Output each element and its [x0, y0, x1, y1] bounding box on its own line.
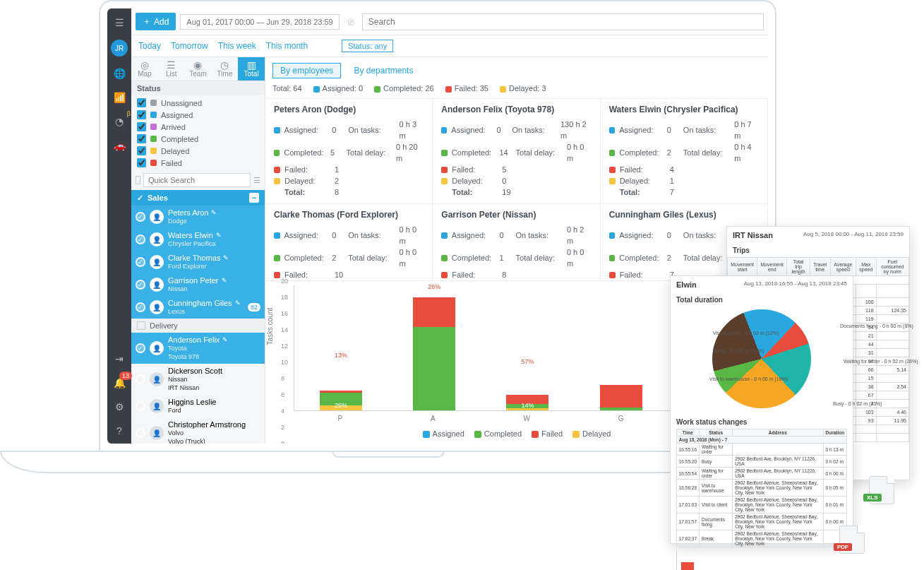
collapse-icon[interactable]: −: [249, 193, 259, 203]
left-panel: ◎Map ☰List ◉Team ◷Time ▥Total Status Una…: [131, 57, 265, 444]
employee-card: Waters Elwin (Chrysler Pacifica)Assigned…: [601, 99, 768, 204]
adjust-icon[interactable]: ⎚: [344, 16, 358, 28]
pencil-icon: ✎: [235, 299, 241, 307]
car-icon[interactable]: 🚗: [112, 138, 126, 153]
status-completed[interactable]: Completed: [131, 133, 265, 145]
employee-card: Peters Aron (Dodge)Assigned:0On tasks:0 …: [265, 99, 433, 204]
status-list: UnassignedAssignedArrivedCompletedDelaye…: [131, 95, 265, 170]
plus-icon: ＋: [143, 16, 151, 28]
tab-map[interactable]: ◎Map: [131, 57, 158, 81]
tab-total[interactable]: ▥Total: [238, 57, 265, 81]
status-section-title: Status: [131, 81, 265, 95]
status-unassigned[interactable]: Unassigned: [131, 97, 265, 109]
bell-icon[interactable]: 🔔13: [112, 376, 126, 390]
user-avatar[interactable]: JR: [111, 40, 128, 57]
stats-icon[interactable]: 📶: [112, 90, 126, 105]
nav-rail: ☰ JR 🌐 📶 ◔ 🚗 ⇥ 🔔13 ⚙ ?: [107, 8, 131, 444]
mini-bar-chart: [676, 550, 847, 570]
tab-team[interactable]: ◉Team: [185, 57, 212, 81]
filter-icon[interactable]: ☰: [253, 176, 260, 185]
quick-tomorrow[interactable]: Tomorrow: [171, 41, 208, 51]
employee-item[interactable]: ✓👤Peters Aron ✎Dodge: [131, 206, 265, 228]
globe-icon[interactable]: 🌐: [112, 66, 126, 81]
date-range-picker[interactable]: Aug 01, 2017 00:00 — Jun 29, 2018 23:59: [180, 14, 339, 30]
report-status: ElwinAug 13, 2018 16:55 - Aug 13, 2018 2…: [670, 275, 853, 544]
employee-item[interactable]: ✓👤Cunningham Giles ✎Lexus82: [131, 296, 265, 319]
status-failed[interactable]: Failed: [131, 157, 265, 169]
logout-icon[interactable]: ⇥: [112, 352, 126, 366]
employee-card: Clarke Thomas (Ford Explorer)Assigned:0O…: [265, 204, 433, 281]
check-icon: ✓: [137, 194, 143, 203]
employee-card: Garrison Peter (Nissan)Assigned:0On task…: [433, 204, 600, 281]
employee-item[interactable]: 👤Christopher ArmstrongVolvoVolvo (Truck): [131, 417, 265, 444]
quick-today[interactable]: Today: [138, 41, 161, 51]
report-overlay: IRT NissanAug 5, 2018 00:00 - Aug 11, 20…: [649, 226, 910, 558]
topbar: ＋Add Aug 01, 2017 00:00 — Jun 29, 2018 2…: [131, 8, 768, 35]
employee-item[interactable]: ✓👤Clarke Thomas ✎Ford Explorer: [131, 251, 265, 273]
tab-by-employees[interactable]: By employees: [272, 63, 341, 78]
tab-by-departments[interactable]: By departments: [347, 64, 420, 78]
export-xls[interactable]: XLS: [866, 473, 897, 504]
employee-card: Anderson Felix (Toyota 978)Assigned:0On …: [433, 99, 600, 204]
totals-row: Total: 64 Assigned: 0 Completed: 26 Fail…: [265, 81, 768, 99]
clock-icon[interactable]: ◔: [112, 114, 126, 129]
quick-date-bar: Today Tomorrow This week This month Stat…: [131, 35, 768, 57]
quick-thisweek[interactable]: This week: [218, 41, 256, 51]
gear-icon[interactable]: ⚙: [112, 400, 126, 414]
export-pdf[interactable]: PDF: [836, 523, 868, 554]
tab-time[interactable]: ◷Time: [211, 57, 238, 81]
status-arrived[interactable]: Arrived: [131, 121, 265, 133]
employee-item[interactable]: 👤Dickerson ScottNissanIRT Nissan: [131, 364, 265, 395]
employee-item[interactable]: ✓👤Anderson Felix ✎ToyotaToyota 978: [131, 333, 265, 364]
notification-badge: 13: [119, 372, 132, 380]
status-assigned[interactable]: Assigned: [131, 109, 265, 121]
add-button[interactable]: ＋Add: [136, 13, 176, 30]
pencil-icon: ✎: [222, 276, 227, 285]
search-input[interactable]: [362, 13, 764, 30]
tab-list[interactable]: ☰List: [158, 57, 185, 81]
pencil-icon: ✎: [222, 336, 228, 344]
pencil-icon: ✎: [211, 208, 217, 217]
quicksearch-input[interactable]: [143, 173, 251, 187]
employee-item[interactable]: 👤Higgins LeslieFord: [131, 395, 265, 417]
pencil-icon: ✎: [223, 254, 229, 262]
status-delayed[interactable]: Delayed: [131, 145, 265, 157]
help-icon[interactable]: ?: [112, 424, 126, 438]
group-delivery[interactable]: Delivery: [131, 319, 265, 333]
menu-icon[interactable]: ☰: [112, 16, 126, 30]
group-sales[interactable]: ✓ Sales −: [131, 190, 265, 206]
employee-item[interactable]: ✓👤Garrison Peter ✎Nissan: [131, 273, 265, 296]
quick-thismonth[interactable]: This month: [266, 41, 308, 51]
pencil-icon: ✎: [216, 231, 222, 239]
pie-chart: [712, 309, 811, 408]
quicksearch-checkbox[interactable]: [136, 176, 140, 184]
checkbox-icon[interactable]: [137, 321, 145, 330]
employee-item[interactable]: ✓👤Waters Elwin ✎Chrysler Pacifica: [131, 228, 265, 251]
status-filter[interactable]: Status: any: [342, 40, 393, 52]
view-tabs: ◎Map ☰List ◉Team ◷Time ▥Total: [131, 57, 265, 81]
